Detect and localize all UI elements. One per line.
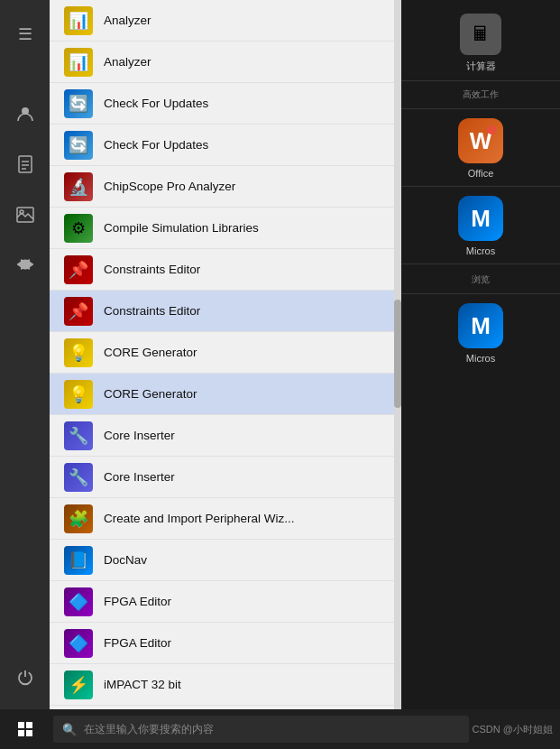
update-icon: 🔄 bbox=[64, 89, 93, 118]
menu-item-label: iMPACT 32 bit bbox=[104, 678, 181, 691]
image-icon[interactable] bbox=[7, 197, 43, 233]
gaoxiao-label: 高效工作 bbox=[463, 88, 499, 101]
menu-item[interactable]: 🔬ChipScope Pro Analyzer bbox=[50, 166, 401, 208]
menu-item[interactable]: 📘DocNav bbox=[50, 540, 401, 581]
inserter-icon: 🔧 bbox=[64, 463, 93, 492]
power-icon[interactable] bbox=[7, 659, 43, 695]
menu-item-label: CORE Generator bbox=[104, 387, 197, 401]
create-icon: 🧩 bbox=[64, 504, 93, 533]
analyzer-icon: 📊 bbox=[64, 6, 93, 35]
menu-item[interactable]: 🔷FPGA Editor bbox=[50, 581, 401, 623]
menu-item[interactable]: 📊Analyzer bbox=[50, 0, 401, 42]
menu-item[interactable]: 💡CORE Generator bbox=[50, 332, 401, 374]
menu-item-label: DocNav bbox=[104, 553, 147, 567]
menu-item-label: Constraints Editor bbox=[104, 304, 200, 318]
menu-item[interactable]: ⚡iMPACT 32 bit bbox=[50, 664, 401, 706]
menu-item[interactable]: 💡CORE Generator bbox=[50, 374, 401, 415]
update-icon: 🔄 bbox=[64, 131, 93, 160]
core-icon: 💡 bbox=[64, 380, 93, 409]
constraints-icon: 📌 bbox=[64, 255, 93, 284]
sidebar: ☰ bbox=[0, 0, 50, 749]
menu-item-label: Check For Updates bbox=[104, 138, 208, 152]
menu-item-label: FPGA Editor bbox=[104, 595, 171, 608]
menu-item-label: ChipScope Pro Analyzer bbox=[104, 180, 235, 193]
search-box[interactable]: 🔍 在这里输入你要搜索的内容 bbox=[53, 716, 469, 743]
menu-item-label: Check For Updates bbox=[104, 97, 208, 110]
menu-item[interactable]: 🔧Core Inserter bbox=[50, 415, 401, 457]
menu-item[interactable]: 📌Constraints Editor bbox=[50, 291, 401, 332]
notification-badge bbox=[487, 125, 496, 134]
scrollbar-thumb[interactable] bbox=[394, 300, 401, 408]
taskbar: 🔍 在这里输入你要搜索的内容 CSDN @小时姐姐 bbox=[0, 709, 560, 749]
inserter-icon: 🔧 bbox=[64, 421, 93, 450]
person-icon[interactable] bbox=[7, 96, 43, 132]
menu-panel: 📊Analyzer📊Analyzer🔄Check For Updates🔄Che… bbox=[50, 0, 401, 749]
menu-item-label: Compile Simulation Libraries bbox=[104, 221, 259, 235]
browse-label: 浏览 bbox=[472, 273, 490, 286]
menu-item[interactable]: 🔷FPGA Editor bbox=[50, 623, 401, 664]
start-button[interactable] bbox=[0, 709, 50, 749]
analyzer-icon: 📊 bbox=[64, 48, 93, 77]
core-icon: 💡 bbox=[64, 338, 93, 367]
micro2-label: Micros bbox=[466, 353, 495, 364]
menu-item-label: Core Inserter bbox=[104, 470, 175, 484]
office-label: Office bbox=[468, 168, 494, 179]
menu-item-label: Constraints Editor bbox=[104, 263, 200, 276]
office-icon[interactable]: W bbox=[458, 118, 503, 163]
calculator-label: 计算器 bbox=[466, 60, 496, 73]
menu-item[interactable]: 📊Analyzer bbox=[50, 42, 401, 83]
docnav-icon: 📘 bbox=[64, 546, 93, 575]
menu-item-label: FPGA Editor bbox=[104, 636, 171, 650]
compile-icon: ⚙ bbox=[64, 214, 93, 243]
menu-item-label: CORE Generator bbox=[104, 346, 197, 359]
menu-item-label: Analyzer bbox=[104, 14, 151, 27]
impact-icon: ⚡ bbox=[64, 670, 93, 699]
menu-item-label: Core Inserter bbox=[104, 429, 175, 442]
calculator-icon[interactable]: 🖩 bbox=[460, 14, 501, 55]
chipscope-icon: 🔬 bbox=[64, 172, 93, 201]
menu-item-label: Analyzer bbox=[104, 55, 151, 69]
svg-rect-1 bbox=[19, 156, 32, 172]
constraints-icon: 📌 bbox=[64, 297, 93, 326]
menu-item[interactable]: 🧩Create and Import Peripheral Wiz... bbox=[50, 498, 401, 540]
menu-item[interactable]: 📌Constraints Editor bbox=[50, 249, 401, 291]
windows-icon bbox=[18, 722, 32, 736]
micro-label: Micros bbox=[466, 245, 495, 256]
fpga-icon: 🔷 bbox=[64, 587, 93, 616]
scrollbar[interactable] bbox=[394, 0, 401, 749]
desktop-panel: 🖩 计算器 高效工作 W Office M Micros 浏览 M Micros bbox=[401, 0, 560, 749]
fpga-icon: 🔷 bbox=[64, 629, 93, 658]
menu-item[interactable]: 🔧Core Inserter bbox=[50, 457, 401, 498]
csdn-badge: CSDN @小时姐姐 bbox=[473, 723, 553, 736]
hamburger-menu-icon[interactable]: ☰ bbox=[7, 16, 43, 52]
search-placeholder-text: 在这里输入你要搜索的内容 bbox=[84, 722, 214, 737]
menu-item[interactable]: 🔄Check For Updates bbox=[50, 83, 401, 125]
microsoft-icon[interactable]: M bbox=[458, 196, 503, 241]
document-icon[interactable] bbox=[7, 146, 43, 182]
menu-item[interactable]: 🔄Check For Updates bbox=[50, 125, 401, 166]
menu-item-label: Create and Import Peripheral Wiz... bbox=[104, 512, 295, 525]
microsoft2-icon[interactable]: M bbox=[458, 303, 503, 348]
search-icon: 🔍 bbox=[62, 723, 77, 736]
menu-item[interactable]: ⚙Compile Simulation Libraries bbox=[50, 208, 401, 249]
settings-icon[interactable] bbox=[7, 247, 43, 283]
